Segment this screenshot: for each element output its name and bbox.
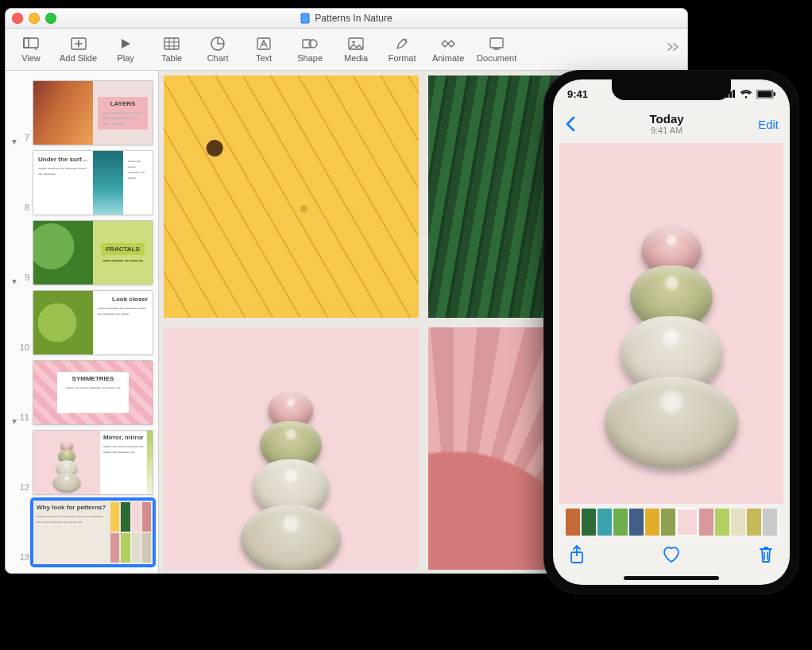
disclosure-icon[interactable] <box>10 139 17 145</box>
svg-rect-20 <box>774 92 775 96</box>
slide-number: 7 <box>19 133 29 142</box>
svg-rect-0 <box>301 14 309 23</box>
canvas-image-urchins[interactable] <box>164 327 419 570</box>
svg-rect-5 <box>164 38 179 49</box>
disclosure-icon[interactable] <box>10 419 17 425</box>
slide-thumbnail[interactable]: 10 Look closer ▬▬ ▬▬▬ ▬ ▬▬▬ ▬▬ ▬ ▬▬▬ ▬ ▬… <box>10 290 153 355</box>
add-slide-button[interactable]: Add Slide <box>60 36 97 63</box>
slide-number: 12 <box>19 482 29 492</box>
view-button[interactable]: View <box>14 36 48 63</box>
document-icon <box>300 13 310 24</box>
nav-title: Today <box>650 113 684 126</box>
toolbar: View Add Slide Play Table Chart Text Sha… <box>6 29 687 71</box>
media-button[interactable]: Media <box>338 36 373 63</box>
minimize-button[interactable] <box>29 13 40 24</box>
play-button[interactable]: Play <box>108 36 143 63</box>
share-button[interactable] <box>569 545 585 564</box>
edit-button[interactable]: Edit <box>758 118 779 131</box>
svg-point-11 <box>352 41 354 43</box>
status-time: 9:41 <box>567 88 588 100</box>
iphone-device: 9:41 Today 9:41 AM Edit <box>543 70 799 594</box>
notch <box>612 79 731 100</box>
zoom-button[interactable] <box>45 13 56 24</box>
document-button[interactable]: Document <box>477 36 516 63</box>
window-title: Patterns In Nature <box>315 13 392 24</box>
slide-thumbnail[interactable]: 12 Mirror, mirror ▬▬ ▬ ▬▬ ▬▬▬ ▬ ▬▬ ▬ ▬▬▬… <box>10 430 153 495</box>
slide-number: 9 <box>19 273 29 282</box>
slide-thumbnail[interactable]: 9 FRACTALS ▬▬ ▬▬▬ ▬ ▬▬ ▬ <box>10 220 153 285</box>
photos-nav-bar: Today 9:41 AM Edit <box>553 108 790 140</box>
toolbar-overflow-icon[interactable] <box>665 41 681 52</box>
svg-rect-17 <box>733 90 735 98</box>
slide-thumbnail[interactable]: 8 Under the surface ▬▬ ▬▬▬ ▬ ▬▬▬ ▬▬ ▬ ▬▬… <box>10 150 153 215</box>
back-button[interactable] <box>564 116 575 132</box>
table-button[interactable]: Table <box>154 36 189 63</box>
text-icon <box>255 36 273 52</box>
format-button[interactable]: Format <box>385 36 420 63</box>
animate-icon <box>439 36 457 52</box>
svg-point-12 <box>405 39 407 41</box>
disclosure-icon[interactable] <box>10 279 17 285</box>
canvas-image-honeycomb[interactable] <box>164 75 419 318</box>
document-icon <box>488 36 505 52</box>
play-icon <box>117 36 134 52</box>
svg-rect-13 <box>490 38 503 48</box>
close-button[interactable] <box>12 13 23 24</box>
slide-number: 13 <box>19 552 29 562</box>
format-icon <box>393 36 411 52</box>
svg-rect-19 <box>758 91 772 97</box>
slide-thumbnail[interactable]: 7 LAYERS ▬▬ ▬▬▬ ▬ ▬▬▬ ▬▬ ▬ ▬▬▬ ▬ ▬▬ ▬▬▬ <box>10 80 153 145</box>
trash-button[interactable] <box>758 545 774 564</box>
shape-button[interactable]: Shape <box>292 36 327 63</box>
photos-toolbar <box>553 539 790 571</box>
photo-scrubber[interactable] <box>559 509 783 536</box>
favorite-button[interactable] <box>662 546 681 563</box>
chart-icon <box>209 36 226 52</box>
svg-rect-2 <box>24 38 38 48</box>
slide-navigator[interactable]: 7 LAYERS ▬▬ ▬▬▬ ▬ ▬▬▬ ▬▬ ▬ ▬▬▬ ▬ ▬▬ ▬▬▬ <box>6 71 159 574</box>
nav-subtitle: 9:41 AM <box>650 126 684 135</box>
shape-icon <box>301 36 319 52</box>
battery-icon <box>756 90 775 99</box>
animate-button[interactable]: Animate <box>431 36 466 63</box>
media-icon <box>347 36 365 52</box>
home-indicator[interactable] <box>624 576 719 580</box>
chart-button[interactable]: Chart <box>200 36 235 63</box>
wifi-icon <box>740 90 752 99</box>
svg-rect-3 <box>24 38 29 48</box>
window-controls <box>12 13 56 24</box>
slide-thumbnail-selected[interactable]: 13 Why look for patterns? ▬▬ ▬▬▬ ▬ ▬▬▬ ▬… <box>10 500 153 565</box>
plus-icon <box>70 36 87 52</box>
slide-number: 8 <box>19 203 29 212</box>
table-icon <box>163 36 180 52</box>
slide-number: 11 <box>19 412 29 422</box>
view-icon <box>22 36 40 52</box>
slide-thumbnail[interactable]: 11 SYMMETRIES ▬▬ ▬ ▬▬ ▬▬▬ ▬ ▬▬ ▬ <box>10 360 153 425</box>
titlebar[interactable]: Patterns In Nature <box>6 9 687 29</box>
photos-app-screen: 9:41 Today 9:41 AM Edit <box>553 79 790 585</box>
photo-viewer[interactable] <box>559 143 783 504</box>
text-button[interactable]: Text <box>246 36 281 63</box>
slide-number: 10 <box>19 342 29 352</box>
